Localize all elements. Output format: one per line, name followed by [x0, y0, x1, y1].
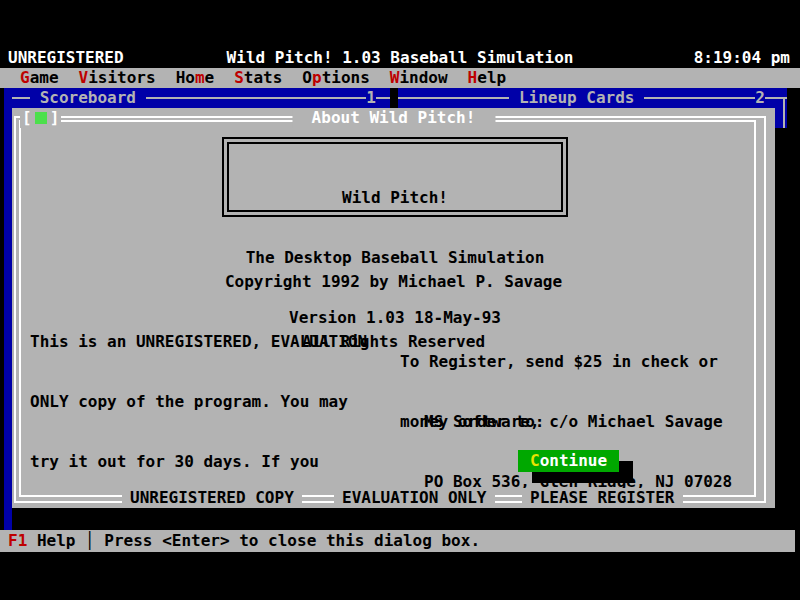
status-message: Press <Enter> to close this dialog box. — [95, 531, 480, 551]
close-button[interactable]: [] — [20, 108, 61, 128]
titlebar-line — [146, 97, 367, 99]
f1-help-shortcut[interactable]: F1 — [8, 531, 27, 551]
menu-bar: Game Visitors Home Stats Options Window … — [0, 68, 800, 88]
scoreboard-window-titlebar[interactable]: Scoreboard 1 — [4, 88, 390, 108]
footer-please-register: PLEASE REGISTER — [522, 488, 683, 508]
clock: 8:19:04 pm — [694, 48, 790, 68]
about-dialog: [] About Wild Pitch! Wild Pitch! The Des… — [12, 108, 775, 508]
lineup-cards-window-titlebar[interactable]: Lineup Cards 2 — [398, 88, 787, 108]
menu-options[interactable]: Options — [302, 68, 369, 88]
menu-visitors[interactable]: Visitors — [79, 68, 156, 88]
titlebar-line — [376, 97, 390, 99]
footer-evaluation-only: EVALUATION ONLY — [334, 488, 495, 508]
lineup-cards-window-title: Lineup Cards — [509, 88, 644, 108]
lineup-cards-window-number: 2 — [755, 88, 765, 108]
menu-stats[interactable]: Stats — [234, 68, 282, 88]
scoreboard-window-title: Scoreboard — [30, 88, 146, 108]
menu-game[interactable]: Game — [20, 68, 59, 88]
program-name: Wild Pitch! — [229, 188, 561, 208]
dialog-title: About Wild Pitch! — [292, 108, 495, 128]
status-divider: │ — [85, 531, 95, 551]
evaluation-notice: This is an UNREGISTERED, EVALUATION ONLY… — [30, 292, 367, 600]
menu-home[interactable]: Home — [176, 68, 215, 88]
titlebar-line — [644, 97, 755, 99]
menu-help[interactable]: Help — [468, 68, 507, 88]
scoreboard-window-edge — [4, 88, 12, 530]
program-info-text: Wild Pitch! The Desktop Baseball Simulat… — [227, 142, 563, 212]
status-bar: F1 Help │ Press <Enter> to close this di… — [0, 530, 795, 552]
footer-unregistered-copy: UNREGISTERED COPY — [122, 488, 302, 508]
continue-button[interactable]: Continue — [518, 450, 619, 472]
scoreboard-window-number: 1 — [366, 88, 376, 108]
menu-window[interactable]: Window — [390, 68, 448, 88]
screen-title-bar: UNREGISTERED Wild Pitch! 1.03 Baseball S… — [0, 48, 800, 68]
program-info-box: Wild Pitch! The Desktop Baseball Simulat… — [222, 137, 568, 217]
f1-help-label[interactable]: Help — [27, 531, 85, 551]
close-icon — [35, 112, 47, 124]
titlebar-line — [398, 97, 509, 99]
app-title: Wild Pitch! 1.03 Baseball Simulation — [0, 48, 800, 68]
